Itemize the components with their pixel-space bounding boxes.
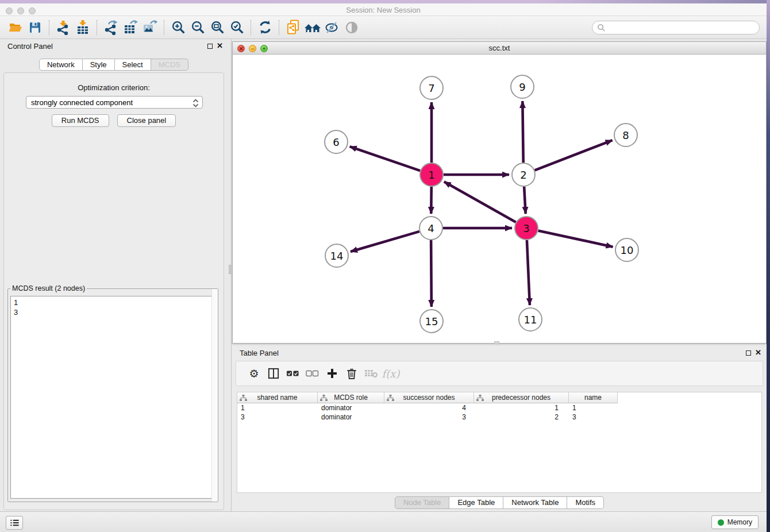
graph-edge-1-4[interactable] — [431, 187, 432, 214]
column-header-predecessor-nodes[interactable]: predecessor nodes — [474, 392, 569, 403]
clone-network-button[interactable] — [283, 18, 303, 37]
graph-node-8[interactable]: 8 — [614, 123, 638, 147]
tab-motifs[interactable]: Motifs — [567, 496, 604, 509]
table-cell[interactable]: 1 — [474, 403, 569, 413]
table-cell[interactable]: 2 — [474, 413, 569, 422]
close-panel-icon[interactable]: ✕ — [217, 41, 223, 50]
run-mcds-button[interactable]: Run MCDS — [52, 114, 109, 127]
split-handle[interactable] — [494, 341, 499, 344]
deselect-all-button[interactable] — [303, 364, 322, 383]
tab-node-table[interactable]: Node Table — [395, 496, 450, 509]
table-cell[interactable]: 3 — [237, 413, 318, 422]
table-cell[interactable]: dominator — [318, 413, 384, 422]
control-panel: Control Panel ✕ Network Style Select MCD… — [0, 39, 228, 514]
import-table-button[interactable] — [73, 18, 93, 37]
import-network-button[interactable] — [53, 18, 73, 37]
select-all-button[interactable] — [283, 364, 303, 383]
open-folder-icon — [8, 21, 23, 34]
graph-edge-4-14[interactable] — [351, 232, 419, 252]
zoom-selected-button[interactable] — [227, 18, 247, 37]
zoom-fit-button[interactable] — [207, 18, 227, 37]
table-cell[interactable]: 4 — [384, 403, 474, 413]
save-floppy-icon — [28, 21, 42, 34]
graph-node-7[interactable]: 7 — [419, 76, 444, 100]
tab-style[interactable]: Style — [83, 59, 115, 71]
column-header-MCDS-role[interactable]: MCDS role — [318, 392, 384, 403]
tab-network[interactable]: Network — [39, 59, 83, 71]
open-session-button[interactable] — [6, 18, 25, 37]
refresh-button[interactable] — [255, 18, 275, 37]
zoom-out-button[interactable] — [188, 18, 207, 37]
table-cell[interactable]: dominator — [318, 403, 384, 413]
memory-button[interactable]: Memory — [711, 515, 759, 529]
gear-icon: ⚙ — [249, 367, 259, 380]
graph-node-15[interactable]: 15 — [419, 309, 444, 333]
graph-node-10[interactable]: 10 — [615, 238, 639, 262]
tab-mcds[interactable]: MCDS — [151, 59, 188, 71]
graph-edge-3-10[interactable] — [538, 230, 613, 246]
graph-edge-4-15[interactable] — [431, 240, 432, 307]
export-image-button[interactable] — [140, 18, 160, 37]
delete-column-button[interactable] — [342, 364, 361, 383]
graph-node-4[interactable]: 4 — [419, 216, 443, 240]
node-table[interactable]: shared nameMCDS rolesuccessor nodesprede… — [237, 392, 762, 493]
graph-node-11[interactable]: 11 — [518, 307, 542, 331]
desktop-wallpaper-right — [767, 0, 770, 532]
tab-select[interactable]: Select — [115, 59, 151, 71]
graph-node-14[interactable]: 14 — [325, 244, 349, 268]
create-column-button[interactable] — [322, 364, 342, 383]
result-scrollbar[interactable] — [211, 289, 218, 502]
search-field[interactable] — [592, 21, 760, 34]
graph-node-2[interactable]: 2 — [511, 163, 536, 187]
table-cell[interactable]: 3 — [384, 413, 474, 422]
tab-network-table[interactable]: Network Table — [503, 496, 567, 509]
clone-network-icon — [286, 20, 301, 36]
save-session-button[interactable] — [25, 18, 45, 37]
trash-icon — [346, 367, 357, 380]
panel-divider[interactable] — [228, 39, 232, 514]
show-graphics-button[interactable] — [342, 18, 361, 37]
optimization-criterion-label: Optimization criterion: — [4, 83, 224, 92]
column-header-shared-name[interactable]: shared name — [237, 392, 318, 403]
task-history-button[interactable] — [6, 516, 23, 530]
close-panel-button[interactable]: Close panel — [117, 114, 176, 127]
graph-edge-2-9[interactable] — [522, 101, 523, 163]
show-columns-button[interactable] — [264, 364, 283, 383]
table-panel-header: Table Panel ✕ — [232, 346, 767, 360]
column-header-name[interactable]: name — [569, 392, 618, 403]
status-bar: Memory — [0, 511, 767, 532]
criterion-value: strongly connected component — [31, 98, 133, 107]
graph-node-1[interactable]: 1 — [419, 163, 444, 187]
table-row[interactable]: 3dominator323 — [237, 413, 761, 422]
zoom-in-button[interactable] — [168, 18, 188, 37]
graph-canvas[interactable]: 7968124314101511 — [233, 55, 766, 343]
float-panel-icon[interactable] — [207, 44, 213, 49]
search-input[interactable] — [606, 22, 759, 33]
divider-handle[interactable] — [229, 265, 231, 274]
float-panel-icon[interactable] — [746, 350, 751, 356]
export-table-button[interactable] — [121, 18, 140, 37]
graph-edge-3-1[interactable] — [444, 182, 516, 222]
network-titlebar[interactable]: ✕ − + scc.txt — [233, 42, 766, 55]
table-cell[interactable]: 3 — [569, 413, 618, 422]
hide-graphics-button[interactable] — [322, 18, 342, 37]
graph-edge-2-3[interactable] — [524, 187, 526, 214]
graph-node-6[interactable]: 6 — [324, 130, 348, 154]
list-icon — [10, 519, 20, 527]
mcds-result-text[interactable]: 1 3 — [10, 296, 215, 499]
tab-edge-table[interactable]: Edge Table — [449, 496, 503, 509]
graph-edge-1-6[interactable] — [350, 147, 420, 171]
criterion-dropdown[interactable]: strongly connected component — [26, 96, 203, 109]
column-header-successor-nodes[interactable]: successor nodes — [384, 392, 474, 403]
home-view-button[interactable] — [303, 18, 322, 37]
graph-node-3[interactable]: 3 — [514, 216, 538, 240]
table-row[interactable]: 1dominator411 — [237, 403, 761, 413]
table-cell[interactable]: 1 — [569, 403, 618, 413]
graph-edge-2-8[interactable] — [535, 140, 613, 170]
graph-node-9[interactable]: 9 — [510, 75, 534, 99]
export-network-button[interactable] — [101, 18, 121, 37]
table-settings-button[interactable]: ⚙ — [244, 364, 264, 383]
close-panel-icon[interactable]: ✕ — [755, 348, 761, 357]
graph-edge-3-11[interactable] — [527, 240, 530, 305]
table-cell[interactable]: 1 — [237, 403, 318, 413]
